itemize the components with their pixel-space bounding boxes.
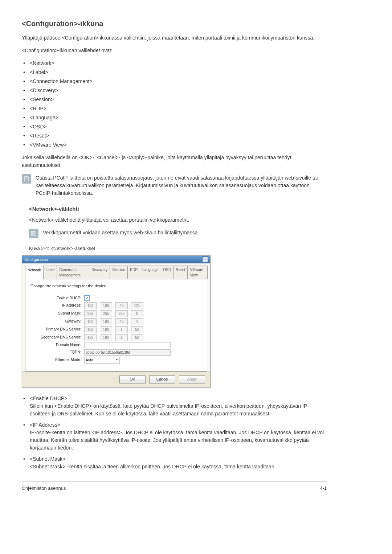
label-subnet-mask: Subnet Mask: xyxy=(30,311,84,316)
tab-vmware-view[interactable]: VMware View xyxy=(187,266,208,279)
label-ethernet-mode: Ethernet Mode: xyxy=(30,357,84,363)
ip-address-octet[interactable] xyxy=(100,302,112,309)
footer-right: 4-1 xyxy=(320,485,327,492)
label-gateway: Gateway: xyxy=(30,319,84,324)
label-secondary-dns: Secondary DNS Server: xyxy=(30,335,84,340)
gateway-octet[interactable] xyxy=(84,318,97,325)
description-item: <IP Address> IP-osoite-kenttä on laittee… xyxy=(22,421,327,452)
tabs-intro: <Configuration>-ikkunan välilehdet ovat: xyxy=(22,47,327,54)
page-title: <Configuration>-ikkuna xyxy=(22,18,327,29)
secondary-dns-octet[interactable] xyxy=(100,334,112,341)
network-panel: Change the network settings for the devi… xyxy=(25,279,207,372)
page-footer: Ohjelmiston asennus 4-1 xyxy=(22,481,327,492)
description-term: <IP Address> xyxy=(30,421,327,429)
tabs-list: <Network> <Label> <Connection Management… xyxy=(22,59,327,149)
tab-label[interactable]: Label xyxy=(43,266,57,279)
subnet-mask-octet[interactable] xyxy=(84,310,97,317)
label-ip-address: IP Address: xyxy=(30,303,84,308)
domain-name-input[interactable] xyxy=(84,342,171,348)
description-definition: <Subnet Mask> -kenttä sisältää laitteen … xyxy=(30,463,327,471)
description-term: <Subnet Mask> xyxy=(30,455,327,463)
panel-heading: Change the network settings for the devi… xyxy=(30,283,202,289)
label-primary-dns: Primary DNS Server: xyxy=(30,327,84,332)
description-item: <Enable DHCP> Silloin kun <Enable DHCP> … xyxy=(22,395,327,418)
section-heading-network: <Network>-välilehti xyxy=(29,205,327,213)
description-definition: Silloin kun <Enable DHCP> on käytössä, l… xyxy=(30,402,327,418)
secondary-dns-octet[interactable] xyxy=(115,334,128,341)
cancel-button[interactable]: Cancel xyxy=(149,376,175,383)
tab-language[interactable]: Language xyxy=(140,266,161,279)
ethernet-mode-value: Auto xyxy=(86,357,93,363)
gateway-octet[interactable] xyxy=(100,318,112,325)
window-title-text: Configuration xyxy=(24,257,48,263)
tabs-list-item: <Discovery> xyxy=(22,87,327,94)
gateway-octet[interactable] xyxy=(115,318,128,325)
tabs-list-item: <Session> xyxy=(22,96,327,103)
note-text: Verkkoparametrit voidaan asettaa myös we… xyxy=(43,229,327,237)
tab-rdp[interactable]: RDP xyxy=(127,266,140,279)
gateway-octet[interactable] xyxy=(131,318,143,325)
dialog-buttons: OK Cancel Apply xyxy=(22,372,210,387)
tabs-list-item: <RDP> xyxy=(22,105,327,112)
note-icon xyxy=(22,174,31,184)
note-block: Verkkoparametrit voidaan asettaa myös we… xyxy=(29,229,327,238)
tabs-list-item: <Language> xyxy=(22,114,327,122)
intro-paragraph: Ylläpitäjä pääsee <Configuration>-ikkuna… xyxy=(22,34,327,42)
buttons-paragraph: Jokaisella välilehdellä on <OK>-, <Cance… xyxy=(22,154,327,169)
subnet-mask-octet[interactable] xyxy=(131,310,143,317)
secondary-dns-octet[interactable] xyxy=(131,334,143,341)
tabs-list-item: <Connection Management> xyxy=(22,78,327,85)
note-icon xyxy=(29,229,38,238)
description-item: <Subnet Mask> <Subnet Mask> -kenttä sisä… xyxy=(22,455,327,471)
note-block: Osasta PCoIP-laitteita on poistettu sala… xyxy=(22,174,327,197)
tab-discovery[interactable]: Discovery xyxy=(89,266,110,279)
ip-address-octet[interactable] xyxy=(131,302,143,309)
tabs-list-item: <Label> xyxy=(22,69,327,76)
close-icon[interactable]: × xyxy=(202,257,208,262)
ip-address-octet[interactable] xyxy=(84,302,97,309)
description-term: <Enable DHCP> xyxy=(30,395,327,402)
ip-address-octet[interactable] xyxy=(115,302,128,309)
label-enable-dhcp: Enable DHCP: xyxy=(30,295,84,301)
network-intro: <Network>-välilehdellä ylläpitäjä voi as… xyxy=(29,216,327,224)
tabs-list-item: <Network> xyxy=(22,59,327,67)
field-descriptions: <Enable DHCP> Silloin kun <Enable DHCP> … xyxy=(22,395,327,471)
tabs-list-item: <VMware View> xyxy=(22,141,327,149)
subnet-mask-octet[interactable] xyxy=(115,310,128,317)
ethernet-mode-select[interactable]: Auto ▼ xyxy=(84,357,120,364)
figure-caption: Kuva 2-4: <Network>-asetukset xyxy=(29,245,327,252)
description-definition: IP-osoite-kenttä on laitteen <IP address… xyxy=(30,429,327,452)
tabs-list-item: <OSD> xyxy=(22,123,327,131)
ok-button[interactable]: OK xyxy=(119,376,146,383)
tab-connection-management[interactable]: Connection Management xyxy=(57,266,89,279)
configuration-window: Configuration × Network Label Connection… xyxy=(22,255,211,387)
primary-dns-octet[interactable] xyxy=(115,326,128,333)
primary-dns-octet[interactable] xyxy=(100,326,112,333)
apply-button[interactable]: Apply xyxy=(179,376,205,383)
chevron-down-icon: ▼ xyxy=(115,358,118,362)
tab-strip: Network Label Connection Management Disc… xyxy=(25,266,207,279)
label-fqdn: FQDN: xyxy=(30,349,84,355)
window-titlebar: Configuration × xyxy=(22,256,210,263)
tab-reset[interactable]: Reset xyxy=(173,266,188,279)
tab-osd[interactable]: OSD xyxy=(161,266,174,279)
fqdn-input xyxy=(84,349,171,356)
tab-session[interactable]: Session xyxy=(110,266,128,279)
tab-network[interactable]: Network xyxy=(25,266,44,279)
enable-dhcp-checkbox[interactable]: ✔ xyxy=(84,295,90,301)
subnet-mask-octet[interactable] xyxy=(100,310,112,317)
footer-left: Ohjelmiston asennus xyxy=(22,485,66,492)
secondary-dns-octet[interactable] xyxy=(84,334,97,341)
primary-dns-octet[interactable] xyxy=(131,326,143,333)
note-text: Osasta PCoIP-laitteita on poistettu sala… xyxy=(36,174,327,197)
primary-dns-octet[interactable] xyxy=(84,326,97,333)
tabs-list-item: <Reset> xyxy=(22,132,327,140)
label-domain-name: Domain Name: xyxy=(30,342,84,348)
embedded-screenshot: Configuration × Network Label Connection… xyxy=(22,255,211,387)
